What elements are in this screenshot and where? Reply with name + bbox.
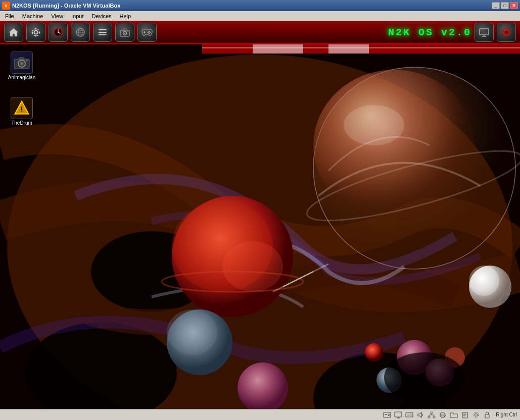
svg-point-4 <box>32 29 39 36</box>
status-icon-6[interactable]: USB <box>438 411 447 419</box>
svg-point-3 <box>34 31 38 34</box>
svg-point-40 <box>25 322 177 420</box>
vm-container: N2K OS v2.0 <box>0 21 520 420</box>
n2kos-title: N2K OS v2.0 <box>388 27 471 38</box>
svg-point-69 <box>21 63 23 65</box>
desktop: Animagician ! TheDrum <box>0 44 520 420</box>
svg-rect-19 <box>99 29 107 30</box>
svg-point-76 <box>388 414 390 416</box>
svg-marker-83 <box>418 412 421 417</box>
globe-button[interactable] <box>71 23 90 42</box>
status-icon-10[interactable] <box>483 411 492 419</box>
svg-point-52 <box>238 362 288 413</box>
svg-rect-99 <box>485 414 489 418</box>
svg-rect-65 <box>202 47 520 48</box>
camera-button[interactable] <box>115 23 134 42</box>
menu-devices[interactable]: Devices <box>87 11 115 21</box>
svg-rect-32 <box>480 29 489 35</box>
menubar: File Machine View Input Devices Help <box>0 11 520 21</box>
svg-marker-2 <box>9 28 18 36</box>
titlebar-left: V N2KOS [Running] - Oracle VM VirtualBox <box>2 2 120 10</box>
files-button[interactable] <box>93 23 112 42</box>
status-icon-9[interactable] <box>471 411 481 419</box>
clock-button[interactable] <box>49 23 68 42</box>
svg-point-60 <box>469 266 499 296</box>
svg-rect-86 <box>433 416 435 418</box>
svg-point-29 <box>150 32 151 33</box>
menu-file[interactable]: File <box>1 11 18 21</box>
svg-point-44 <box>313 70 475 221</box>
svg-point-48 <box>222 241 283 292</box>
svg-rect-85 <box>428 416 430 418</box>
svg-point-31 <box>148 32 149 33</box>
status-icon-2[interactable] <box>394 411 403 419</box>
titlebar-title: N2KOS [Running] - Oracle VM VirtualBox <box>12 3 120 9</box>
svg-point-97 <box>475 413 478 416</box>
home-button[interactable] <box>4 23 23 42</box>
svg-point-8 <box>39 32 40 33</box>
svg-rect-70 <box>19 58 24 60</box>
svg-rect-63 <box>253 44 303 54</box>
svg-rect-82 <box>407 413 412 416</box>
desktop-icon-animagician[interactable]: Animagician <box>4 49 39 83</box>
close-button[interactable]: ✕ <box>510 2 518 9</box>
svg-point-36 <box>504 30 508 34</box>
menu-help[interactable]: Help <box>116 11 135 21</box>
menu-view[interactable]: View <box>47 11 67 21</box>
svg-rect-77 <box>385 414 387 415</box>
svg-point-28 <box>149 31 150 32</box>
svg-rect-78 <box>395 412 402 417</box>
svg-rect-84 <box>431 412 433 413</box>
menu-machine[interactable]: Machine <box>18 11 48 21</box>
virtualbox-icon: V <box>2 2 10 10</box>
wallpaper <box>0 44 520 420</box>
svg-rect-75 <box>384 412 391 417</box>
svg-point-51 <box>167 309 217 355</box>
titlebar-buttons: _ □ ✕ <box>492 2 518 9</box>
svg-rect-20 <box>99 32 107 33</box>
menu-input[interactable]: Input <box>67 11 87 21</box>
svg-point-56 <box>365 343 383 361</box>
settings-button[interactable] <box>26 23 45 42</box>
svg-rect-64 <box>328 44 369 54</box>
svg-point-25 <box>127 31 128 32</box>
svg-point-30 <box>149 33 150 34</box>
n2kos-taskbar: N2K OS v2.0 <box>0 21 520 44</box>
status-icon-4[interactable] <box>416 411 425 419</box>
svg-point-24 <box>124 33 126 34</box>
monitor-button[interactable] <box>475 23 494 42</box>
status-icon-5[interactable] <box>427 411 436 419</box>
status-icon-1[interactable] <box>383 411 392 419</box>
svg-rect-21 <box>99 34 107 35</box>
restore-button[interactable]: □ <box>501 2 509 9</box>
status-icon-7[interactable] <box>449 411 458 419</box>
minimize-button[interactable]: _ <box>492 2 500 9</box>
svg-point-58 <box>384 352 465 403</box>
thedrum-label: TheDrum <box>11 120 32 126</box>
gamepad-button[interactable] <box>137 23 157 42</box>
desktop-icon-thedrum[interactable]: ! TheDrum <box>4 95 39 128</box>
svg-text:!: ! <box>21 105 23 113</box>
svg-text:V: V <box>5 4 8 8</box>
vbox-statusbar: USB Right Ctrl <box>0 409 520 420</box>
svg-point-98 <box>474 412 479 417</box>
rightctrl-label: Right Ctrl <box>496 412 517 417</box>
svg-point-6 <box>35 35 37 37</box>
svg-point-7 <box>32 32 33 33</box>
svg-text:USB: USB <box>440 414 446 417</box>
power-button[interactable] <box>497 23 516 42</box>
animagician-label: Animagician <box>8 75 35 81</box>
status-icon-3[interactable] <box>405 411 414 419</box>
svg-point-71 <box>26 60 28 62</box>
svg-point-45 <box>344 105 404 145</box>
status-icon-8[interactable] <box>460 411 469 419</box>
titlebar: V N2KOS [Running] - Oracle VM VirtualBox… <box>0 0 520 11</box>
svg-point-5 <box>35 28 37 30</box>
svg-point-13 <box>58 32 59 33</box>
